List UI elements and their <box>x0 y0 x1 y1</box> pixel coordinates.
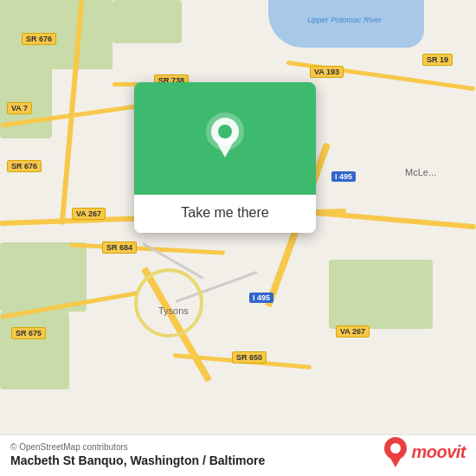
va267-label-bot: VA 267 <box>336 325 370 338</box>
moovit-logo: moovit <box>383 436 466 467</box>
green-park-5 <box>0 312 69 389</box>
moovit-pin-icon <box>383 436 408 467</box>
river-label: Upper Potomac River <box>307 16 382 24</box>
va267-label-left: VA 267 <box>72 208 106 220</box>
sr650-label: SR 650 <box>232 351 267 363</box>
sr684-label: SR 684 <box>102 241 137 254</box>
sr676-label-mid: SR 676 <box>7 160 42 172</box>
sr19-label: SR 19 <box>422 54 453 66</box>
tysons-circle <box>134 268 203 338</box>
sr675-label: SR 675 <box>11 327 46 339</box>
moovit-text: moovit <box>411 442 466 462</box>
i495-label-mid: I 495 <box>331 171 356 182</box>
svg-point-5 <box>390 443 401 453</box>
i495-label-bot: I 495 <box>249 293 273 303</box>
va7-label: VA 7 <box>7 102 32 114</box>
location-pin-icon <box>203 113 248 164</box>
svg-marker-6 <box>389 455 402 467</box>
green-park-2 <box>113 0 182 43</box>
mclean-label: McLe... <box>405 167 436 177</box>
tysons-label: Tysons <box>158 306 189 316</box>
popup-card: Take me there <box>134 82 316 233</box>
map-container: Upper Potomac River SR 676 SR 738 VA 7 V… <box>0 0 476 476</box>
va193-label: VA 193 <box>310 66 344 78</box>
svg-point-2 <box>218 125 232 138</box>
map-background <box>0 0 476 476</box>
green-park-6 <box>329 260 433 329</box>
sr676-label-top: SR 676 <box>22 33 56 45</box>
popup-card-top <box>134 82 316 195</box>
popup-card-bottom: Take me there <box>134 195 316 233</box>
take-me-there-button[interactable]: Take me there <box>181 205 268 221</box>
